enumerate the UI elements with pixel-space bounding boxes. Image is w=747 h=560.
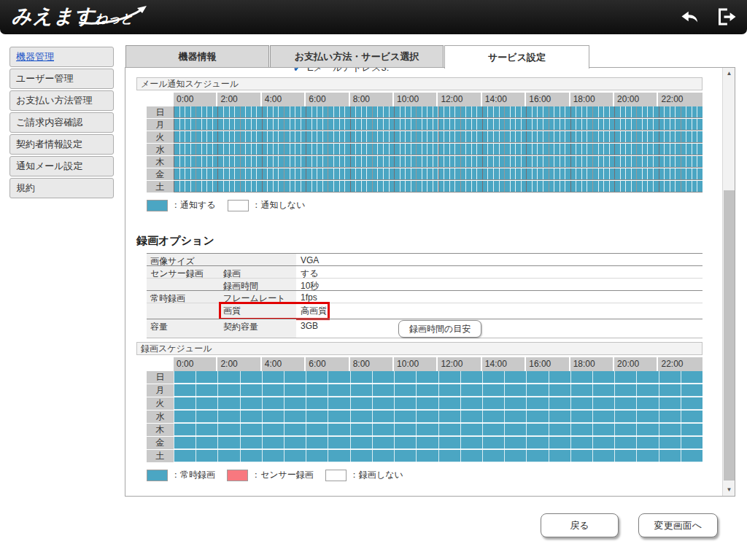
- schedule-row: 月: [147, 119, 703, 131]
- mail-schedule-grid: 日月火水木金土: [136, 106, 703, 193]
- change-screen-button[interactable]: 変更画面へ: [638, 513, 718, 537]
- sidebar-item-4[interactable]: ご請求内容確認: [9, 112, 114, 133]
- sidebar-item-7[interactable]: 規約: [9, 178, 114, 198]
- back-button[interactable]: 戻る: [541, 513, 619, 537]
- schedule-row-cells: [174, 106, 703, 118]
- mail-schedule-time-header: 0:002:004:006:008:0010:0012:0014:0016:00…: [174, 93, 703, 106]
- recording-schedule-grid: 日月火水木金土: [136, 371, 703, 463]
- schedule-row-cells: [174, 144, 703, 155]
- mail-schedule-legend: ：通知する：通知しない: [147, 199, 703, 211]
- legend-swatch: [325, 470, 347, 481]
- options-value: 3GB録画時間の目安: [296, 319, 703, 338]
- time-label: 10:00: [394, 93, 438, 106]
- options-sub-label: [220, 254, 296, 265]
- schedule-row-cells: [174, 168, 703, 180]
- legend-swatch: [147, 200, 168, 211]
- day-label: 金: [147, 168, 174, 181]
- mail-notify-schedule: メール通知スケジュール 0:002:004:006:008:0010:0012:…: [136, 77, 703, 211]
- time-label: 12:00: [438, 93, 481, 106]
- sidebar-item-3[interactable]: お支払い方法管理: [9, 90, 114, 111]
- options-row: 容量契約容量3GB録画時間の目安: [147, 319, 703, 338]
- app-header: みえますねっと: [0, 0, 747, 34]
- legend-label: ：通知しない: [252, 199, 306, 211]
- time-label: 6:00: [306, 93, 349, 106]
- schedule-row: 月: [147, 384, 703, 397]
- schedule-row: 金: [147, 437, 703, 450]
- sidebar-item-2[interactable]: ユーザー管理: [9, 69, 114, 89]
- time-label: 8:00: [350, 357, 394, 371]
- legend-item: ：通知する: [147, 199, 216, 211]
- sidebar-item-1[interactable]: 機器管理: [9, 47, 114, 67]
- tab-1[interactable]: 機器情報: [125, 45, 269, 68]
- legend-label: ：録画しない: [350, 469, 403, 481]
- legend-item: ：常時録画: [147, 469, 215, 481]
- legend-label: ：センサー録画: [252, 469, 314, 481]
- time-label: 2:00: [217, 93, 261, 106]
- blue-check-icon: ✔: [293, 68, 301, 74]
- time-label: 12:00: [438, 357, 481, 371]
- options-value: する: [296, 266, 703, 278]
- schedule-row: 木: [147, 156, 703, 168]
- options-sub-label: 契約容量: [220, 319, 296, 338]
- day-label: 火: [147, 131, 174, 144]
- time-label: 16:00: [526, 93, 570, 106]
- time-label: 10:00: [394, 357, 438, 371]
- day-label: 金: [147, 437, 174, 450]
- logo-swoosh-icon: [76, 4, 149, 26]
- day-label: 土: [147, 450, 174, 463]
- recording-time-guide-button[interactable]: 録画時間の目安: [398, 320, 481, 338]
- sidebar-item-6[interactable]: 通知メール設定: [9, 156, 114, 176]
- scroll-down-button[interactable]: ▼: [723, 484, 735, 496]
- time-label: 6:00: [306, 357, 349, 371]
- recording-schedule-title-bar: 録画スケジュール: [136, 342, 703, 355]
- schedule-row: 木: [147, 424, 703, 437]
- options-group-label: 容量: [147, 319, 220, 338]
- vertical-scrollbar[interactable]: ▲ ▼: [722, 68, 735, 496]
- recording-schedule-legend: ：常時録画：センサー録画：録画しない: [147, 469, 703, 481]
- app-logo: みえますねっと: [12, 3, 133, 29]
- time-label: 22:00: [658, 93, 702, 106]
- back-icon[interactable]: [678, 6, 700, 28]
- clipped-email-row: ✔ Eメールアドレス3:: [293, 68, 389, 77]
- time-label: 4:00: [262, 357, 306, 371]
- day-label: 月: [147, 384, 174, 397]
- schedule-row: 火: [147, 397, 703, 411]
- options-value: 10秒: [296, 279, 703, 290]
- logout-icon[interactable]: [715, 6, 737, 28]
- mail-schedule-title-bar: メール通知スケジュール: [136, 77, 703, 90]
- schedule-row-cells: [174, 371, 703, 384]
- schedule-row-cells: [174, 450, 703, 462]
- day-label: 日: [147, 106, 174, 119]
- schedule-row-cells: [174, 119, 703, 131]
- time-label: 16:00: [526, 357, 570, 371]
- options-row: 画質高画質: [147, 303, 703, 319]
- options-value: 1fps: [296, 291, 703, 303]
- schedule-row-cells: [174, 156, 703, 168]
- schedule-row: 水: [147, 144, 703, 156]
- legend-label: ：通知する: [171, 199, 216, 211]
- schedule-row: 火: [147, 131, 703, 144]
- day-label: 木: [147, 424, 174, 437]
- time-label: 14:00: [482, 357, 526, 371]
- time-label: 0:00: [174, 93, 217, 106]
- time-label: 4:00: [262, 93, 306, 106]
- time-label: 18:00: [570, 93, 614, 106]
- time-label: 22:00: [658, 357, 702, 371]
- schedule-row-cells: [174, 424, 703, 436]
- schedule-row: 土: [147, 181, 703, 193]
- options-row: 録画時間10秒: [147, 278, 703, 290]
- options-value-text: 1fps: [301, 292, 317, 303]
- schedule-row-cells: [174, 397, 703, 410]
- scroll-up-button[interactable]: ▲: [723, 68, 735, 79]
- page: みえますねっと 機器管理ユーザー管理お支払い方法管理ご請求内容確認契約者情報設定…: [0, 0, 747, 560]
- tab-3[interactable]: サービス設定: [444, 45, 589, 69]
- sidebar-item-5[interactable]: 契約者情報設定: [9, 134, 114, 155]
- time-label: 18:00: [570, 357, 614, 371]
- schedule-row-cells: [174, 384, 703, 397]
- recording-schedule: 録画スケジュール 0:002:004:006:008:0010:0012:001…: [136, 342, 703, 481]
- scrollbar-thumb[interactable]: [724, 190, 735, 481]
- tab-2[interactable]: お支払い方法・サービス選択: [270, 45, 444, 68]
- options-group-label: [147, 303, 220, 319]
- day-label: 水: [147, 144, 174, 156]
- recording-schedule-time-header: 0:002:004:006:008:0010:0012:0014:0016:00…: [174, 357, 703, 371]
